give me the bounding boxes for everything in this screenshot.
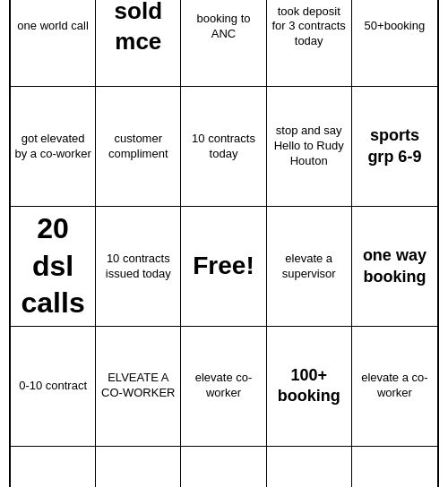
bingo-cell: one way booking [352,207,437,327]
bingo-cell: customer compliment [352,447,437,487]
bingo-cell: sold mce [96,0,181,87]
bingo-cell: 0-10 contract [11,327,96,447]
bingo-cell: elevate co-worker [181,327,266,447]
bingo-cell: JB BOOKING [11,447,96,487]
bingo-cell: 50+booking [352,0,437,87]
bingo-cell: sports grp 6-9 [352,87,437,207]
bingo-cell: Free! [181,207,266,327]
bingo-cell: booking to ANC [181,0,266,87]
bingo-cell: attend team meeting [96,447,181,487]
bingo-cell: one world call [11,0,96,87]
bingo-grid: one world callsold mcebooking to ANCtook… [11,0,437,487]
bingo-cell: stop and say Hello to Rudy Houton [267,87,352,207]
bingo-cell: got elevated by a co-worker [11,87,96,207]
bingo-cell: ELVEATE A CO-WORKER [96,327,181,447]
bingo-cell: 20 dsl calls [11,207,96,327]
bingo-cell: send e-card [267,447,352,487]
bingo-cell: took deposit for 3 contracts today [267,0,352,87]
bingo-cell: elevate a co-worker [352,327,437,447]
bingo-cell: customer compliment [96,87,181,207]
bingo-cell: 10 contracts today [181,87,266,207]
bingo-cell: partial grp in buisness [181,447,266,487]
bingo-card: MTWQF one world callsold mcebooking to A… [9,0,439,487]
bingo-cell: 10 contracts issued today [96,207,181,327]
bingo-cell: elevate a supervisor [267,207,352,327]
bingo-cell: 100+ booking [267,327,352,447]
